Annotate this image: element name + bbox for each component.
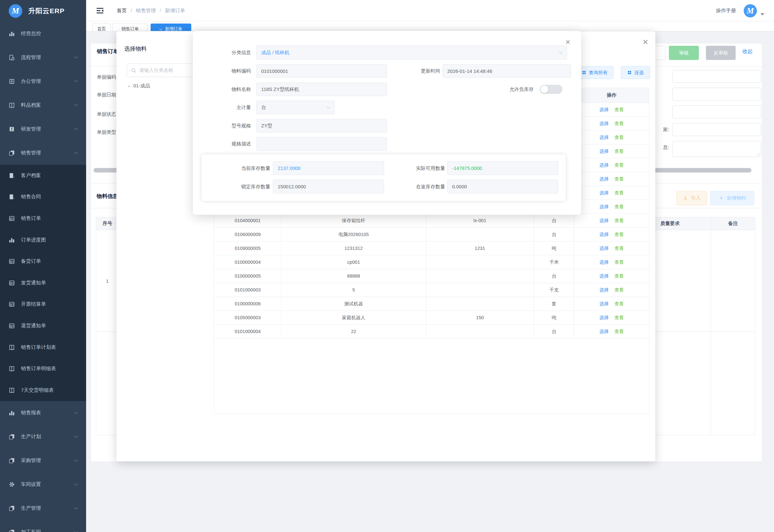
sidebar-subitem-销售订单计划表[interactable]: 销售订单计划表 xyxy=(0,337,86,358)
select-link[interactable]: 选择 xyxy=(600,273,609,279)
model-input[interactable]: ZY型 xyxy=(256,119,387,133)
locked-stock-input[interactable]: 150012.0000 xyxy=(273,180,384,193)
view-link[interactable]: 查看 xyxy=(615,176,624,182)
right-textarea[interactable] xyxy=(672,141,761,157)
sidebar-subitem-7天交货明细表[interactable]: 7天交货明细表 xyxy=(0,379,86,401)
right-input-4[interactable] xyxy=(672,123,761,136)
unaudit-button[interactable]: 反审核 xyxy=(706,46,736,60)
picker-table-row[interactable]: 0104000001保存箱拉杆lx-001台选择查看 xyxy=(214,214,649,228)
updated-input[interactable]: 2026-01-14 14:48:46 xyxy=(442,64,571,78)
view-link[interactable]: 查看 xyxy=(615,162,624,168)
import-button[interactable]: 引入 xyxy=(676,191,707,205)
sidebar-fold-icon[interactable] xyxy=(96,6,104,15)
name-input[interactable]: 118S ZY型纸杯机 xyxy=(256,83,387,96)
select-link[interactable]: 选择 xyxy=(600,245,609,251)
tag-tab-首页[interactable]: 首页 xyxy=(93,24,111,31)
select-link[interactable]: 选择 xyxy=(600,329,609,335)
view-link[interactable]: 查看 xyxy=(615,190,624,196)
sidebar-item-采购管理[interactable]: 采购管理 xyxy=(0,449,86,473)
view-link[interactable]: 查看 xyxy=(615,329,624,335)
sidebar-item-销售管理[interactable]: 销售管理 xyxy=(0,141,86,165)
select-link[interactable]: 选择 xyxy=(600,190,609,196)
select-link[interactable]: 选择 xyxy=(600,134,609,141)
picker-table-row[interactable]: 010100000422台选择查看 xyxy=(214,325,649,339)
select-link[interactable]: 选择 xyxy=(600,162,609,168)
sidebar-item-办公管理[interactable]: 办公管理 xyxy=(0,69,86,93)
select-link[interactable]: 选择 xyxy=(600,259,609,265)
neg-stock-toggle[interactable] xyxy=(540,85,562,94)
available-input[interactable]: -147875.0000 xyxy=(447,161,558,175)
right-input-1[interactable] xyxy=(672,70,761,83)
sidebar-subitem-销售订单明细表[interactable]: 销售订单明细表 xyxy=(0,358,86,379)
code-input[interactable]: 0101000001 xyxy=(256,64,387,78)
sidebar-subitem-销售订单[interactable]: 销售订单 xyxy=(0,208,86,229)
tag-tab-新增订单[interactable]: 新增订单 xyxy=(151,24,191,31)
select-link[interactable]: 选择 xyxy=(600,287,609,293)
select-link[interactable]: 选择 xyxy=(600,315,609,321)
sidebar-item-加工车间[interactable]: 加工车间 xyxy=(0,520,86,532)
select-link[interactable]: 选择 xyxy=(600,218,609,224)
select-link[interactable]: 选择 xyxy=(600,301,609,307)
view-link[interactable]: 查看 xyxy=(615,259,624,265)
sidebar-item-生产管理[interactable]: 生产管理 xyxy=(0,497,86,520)
view-link[interactable]: 查看 xyxy=(615,148,624,154)
audit-button[interactable]: 审核 xyxy=(669,46,699,60)
sidebar-subitem-发货通知单[interactable]: 发货通知单 xyxy=(0,272,86,294)
view-link[interactable]: 查看 xyxy=(615,301,624,307)
view-link[interactable]: 查看 xyxy=(615,218,624,224)
category-select[interactable]: 成品 / 纸杯机 xyxy=(256,45,567,60)
view-link[interactable]: 查看 xyxy=(615,315,624,321)
sidebar-item-流程管理[interactable]: 流程管理 xyxy=(0,45,86,69)
breadcrumb-item[interactable]: 新增订单 xyxy=(165,7,185,14)
picker-table-row[interactable]: 0106000009电脑20260105台选择查看 xyxy=(214,228,649,241)
close-icon[interactable]: × xyxy=(640,37,651,47)
select-link[interactable]: 选择 xyxy=(600,176,609,182)
view-link[interactable]: 查看 xyxy=(615,273,624,279)
view-link[interactable]: 查看 xyxy=(615,245,624,251)
current-stock-input[interactable]: 2137.0000 xyxy=(273,161,384,175)
view-link[interactable]: 查看 xyxy=(615,287,624,293)
select-link[interactable]: 选择 xyxy=(600,232,609,238)
select-link[interactable]: 选择 xyxy=(600,148,609,154)
picker-table-row[interactable]: 010000000588888台选择查看 xyxy=(214,269,649,283)
manual-link[interactable]: 操作手册 xyxy=(716,0,736,21)
sidebar-item-车间设置[interactable]: 车间设置 xyxy=(0,473,86,497)
tree-caret-icon[interactable]: ▸ xyxy=(128,84,131,88)
picker-table-row[interactable]: 0100000004cp001千米选择查看 xyxy=(214,255,649,269)
sidebar-subitem-备货订单[interactable]: 备货订单 xyxy=(0,251,86,272)
sidebar-item-研发管理[interactable]: 研发管理 xyxy=(0,117,86,141)
breadcrumb-item[interactable]: 销售管理 xyxy=(136,7,156,14)
sidebar-subitem-订单进度图[interactable]: 订单进度图 xyxy=(0,229,86,251)
collapse-link[interactable]: 收起 xyxy=(742,48,753,55)
close-icon[interactable]: × xyxy=(565,38,570,46)
tree-node-finished-goods[interactable]: ▸ 01-成品 xyxy=(128,83,150,89)
sidebar-subitem-销售合同[interactable]: 销售合同 xyxy=(0,186,86,208)
sidebar-subitem-退货通知单[interactable]: 退货通知单 xyxy=(0,315,86,337)
picker-table-row[interactable]: 0100000006测试机器套选择查看 xyxy=(214,297,649,311)
tag-tab-销售订单[interactable]: 销售订单 xyxy=(113,24,148,31)
right-input-3[interactable] xyxy=(672,105,761,118)
breadcrumb-item[interactable]: 首页 xyxy=(117,7,127,14)
sidebar-item-生产计划[interactable]: 生产计划 xyxy=(0,425,86,449)
sidebar-item-料品档案[interactable]: 料品档案 xyxy=(0,93,86,117)
select-link[interactable]: 选择 xyxy=(600,107,609,113)
view-link[interactable]: 查看 xyxy=(615,107,624,113)
picker-table-row[interactable]: 010900000512313121231吨选择查看 xyxy=(214,241,649,255)
spec-input[interactable] xyxy=(256,137,387,151)
unit-select[interactable]: 台 xyxy=(256,101,335,114)
add-material-button[interactable]: 新增物料 xyxy=(710,191,754,205)
select-link[interactable]: 选择 xyxy=(600,204,609,210)
view-link[interactable]: 查看 xyxy=(615,232,624,238)
picker-table-row[interactable]: 0105000003家庭机器人150吨选择查看 xyxy=(214,311,649,325)
select-link[interactable]: 选择 xyxy=(600,121,609,127)
right-input-2[interactable] xyxy=(672,88,761,101)
chain-select-button[interactable]: 连选 xyxy=(621,66,650,79)
transit-stock-input[interactable]: 0.0000 xyxy=(447,180,558,193)
avatar[interactable]: M xyxy=(744,4,757,17)
sidebar-item-销售报表[interactable]: 销售报表 xyxy=(0,401,86,425)
sidebar-subitem-客户档案[interactable]: 客户档案 xyxy=(0,165,86,186)
view-link[interactable]: 查看 xyxy=(615,134,624,141)
avatar-caret-icon[interactable] xyxy=(760,13,764,17)
view-link[interactable]: 查看 xyxy=(615,121,624,127)
query-all-button[interactable]: 查询所有 xyxy=(576,66,613,79)
